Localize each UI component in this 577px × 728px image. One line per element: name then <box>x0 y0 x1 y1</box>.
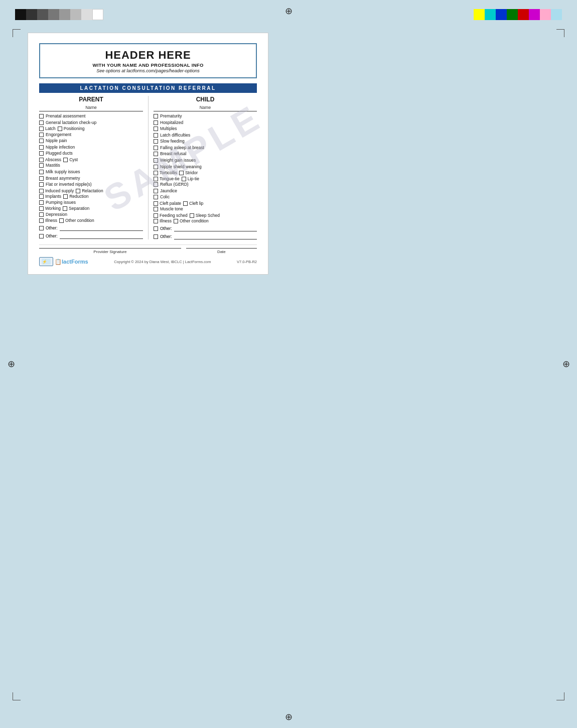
item-label: Jaundice <box>160 188 177 194</box>
checkbox[interactable] <box>39 158 44 162</box>
item-label: Nipple shield weaning <box>160 164 202 170</box>
checkbox[interactable] <box>39 218 44 223</box>
list-item: Induced supply Relactation <box>39 188 143 193</box>
other-line-2: Other: <box>39 233 143 239</box>
header-italic: See options at lactforms.com/pages/heade… <box>44 68 252 73</box>
other-label: Other: <box>46 225 58 230</box>
checkbox[interactable] <box>179 171 184 175</box>
checkbox[interactable] <box>182 177 186 181</box>
checkbox[interactable] <box>39 176 44 181</box>
list-item: General lactation check-up <box>39 120 143 126</box>
child-column: CHILD Name Prematurity Hospitalized Mult… <box>148 96 257 239</box>
checkbox[interactable] <box>39 139 44 143</box>
checkbox[interactable] <box>39 133 44 137</box>
checkbox[interactable] <box>39 194 44 199</box>
list-item: Colic <box>154 194 257 200</box>
checkbox[interactable] <box>183 201 188 206</box>
list-item: Prematurity <box>154 113 257 119</box>
list-item: Prenatal assessment <box>39 113 143 119</box>
checkbox[interactable] <box>39 127 44 131</box>
list-item: Weight gain issues <box>154 158 257 163</box>
checkbox[interactable] <box>76 189 80 193</box>
list-item: Falling asleep at breast <box>154 145 257 151</box>
checkbox[interactable] <box>154 226 158 231</box>
checkbox[interactable] <box>39 200 44 205</box>
checkbox[interactable] <box>154 207 158 211</box>
corner-mark-tl <box>13 29 21 37</box>
item-label: Cyst <box>69 157 78 162</box>
item-label: Flat or inverted nipple(s) <box>46 182 92 187</box>
corner-mark-bl <box>13 692 21 700</box>
date-label: Date <box>186 250 257 254</box>
checkbox[interactable] <box>39 163 44 168</box>
checkbox[interactable] <box>39 120 44 125</box>
checkbox[interactable] <box>154 133 158 138</box>
checkbox[interactable] <box>154 146 158 150</box>
checkbox[interactable] <box>59 218 64 223</box>
checkbox[interactable] <box>154 213 158 218</box>
checkbox[interactable] <box>154 234 158 239</box>
item-label: Illness <box>45 218 57 223</box>
checkbox[interactable] <box>39 206 44 211</box>
corner-mark-tr <box>556 29 564 37</box>
child-name-label: Name <box>154 105 257 110</box>
checkbox[interactable] <box>154 219 158 223</box>
item-label: Depression <box>46 212 67 217</box>
item-label: Pumping issues <box>46 200 76 205</box>
item-label: Induced supply <box>45 188 74 193</box>
checkbox[interactable] <box>39 151 44 156</box>
checkbox[interactable] <box>63 158 68 162</box>
checkbox[interactable] <box>154 152 158 156</box>
item-label: Relactation <box>82 188 103 193</box>
item-label: Cleft lip <box>189 201 203 206</box>
checkbox[interactable] <box>154 195 158 199</box>
other-label: Other: <box>160 226 172 231</box>
corner-mark-br <box>556 692 564 700</box>
checkbox[interactable] <box>154 127 158 131</box>
checkbox[interactable] <box>154 158 158 163</box>
checkbox[interactable] <box>39 145 44 150</box>
checkbox[interactable] <box>39 189 44 193</box>
checkbox[interactable] <box>190 213 194 218</box>
item-label: Mastitis <box>46 163 60 168</box>
parent-column-header: PARENT <box>39 96 143 103</box>
item-label: Nipple infection <box>46 145 75 150</box>
checkbox[interactable] <box>154 189 158 193</box>
checkbox[interactable] <box>174 219 178 223</box>
checkbox[interactable] <box>39 170 44 174</box>
logo-text: 📋lactForms <box>55 259 88 265</box>
item-label: Working <box>45 206 61 211</box>
list-item: Engorgement <box>39 132 143 138</box>
checkbox[interactable] <box>154 182 158 187</box>
checkbox[interactable] <box>154 177 158 181</box>
checkbox[interactable] <box>39 234 44 238</box>
form-columns: PARENT Name Prenatal assessment General … <box>39 96 257 239</box>
checkbox[interactable] <box>154 165 158 169</box>
item-label: Separation <box>69 206 89 211</box>
child-column-header: CHILD <box>154 96 257 103</box>
checkbox[interactable] <box>39 182 44 187</box>
checkbox[interactable] <box>154 171 158 175</box>
checkbox[interactable] <box>154 120 158 125</box>
item-label: General lactation check-up <box>46 120 96 126</box>
footer: ⚡ 📋lactForms Copyright © 2024 by Diana W… <box>39 257 257 266</box>
checkbox[interactable] <box>39 114 44 118</box>
checkbox[interactable] <box>154 201 158 206</box>
reg-mark-top: ⊕ <box>283 6 294 16</box>
date-field: Date <box>186 248 257 254</box>
fill-line <box>174 233 257 239</box>
list-item: Muscle tone <box>154 206 257 212</box>
item-label: Other condition <box>180 218 209 223</box>
list-item: Mastitis <box>39 163 143 168</box>
item-label: Sleep Sched <box>196 213 220 218</box>
checkbox[interactable] <box>63 206 67 211</box>
checkbox[interactable] <box>154 139 158 144</box>
checkbox[interactable] <box>58 127 62 131</box>
list-item: Milk supply issues <box>39 169 143 175</box>
item-label: Prematurity <box>160 113 182 119</box>
checkbox[interactable] <box>63 194 68 199</box>
reg-mark-left: ⊕ <box>6 359 16 369</box>
checkbox[interactable] <box>39 226 44 230</box>
checkbox[interactable] <box>154 114 158 118</box>
checkbox[interactable] <box>39 212 44 217</box>
